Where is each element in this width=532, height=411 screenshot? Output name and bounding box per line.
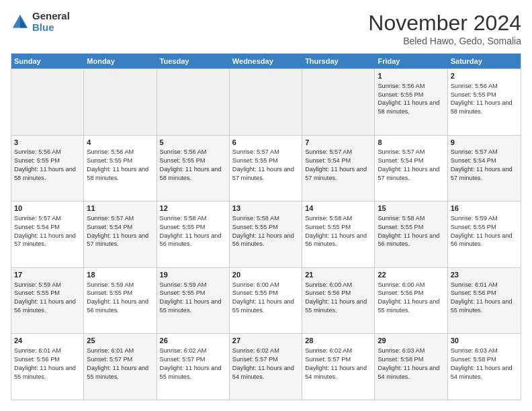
calendar-cell	[84, 69, 157, 135]
calendar-cell: 25Sunrise: 6:01 AMSunset: 5:57 PMDayligh…	[84, 334, 157, 400]
logo-general: General	[32, 11, 70, 22]
day-number: 22	[378, 270, 444, 280]
day-number: 4	[87, 138, 153, 148]
day-number: 6	[232, 138, 299, 148]
calendar-cell	[302, 69, 375, 135]
day-number: 19	[160, 270, 226, 280]
weekday-header: Friday	[375, 54, 447, 68]
month-title: November 2024	[368, 11, 521, 36]
day-info: Sunrise: 6:02 AMSunset: 5:57 PMDaylight:…	[160, 347, 222, 379]
day-number: 29	[378, 336, 444, 346]
day-number: 24	[14, 336, 81, 346]
calendar-cell: 3Sunrise: 5:56 AMSunset: 5:55 PMDaylight…	[11, 136, 84, 201]
logo-blue: Blue	[32, 22, 70, 34]
day-number: 1	[378, 71, 444, 81]
calendar-row: 24Sunrise: 6:01 AMSunset: 5:56 PMDayligh…	[11, 333, 521, 400]
day-number: 5	[160, 138, 226, 148]
calendar-cell: 17Sunrise: 5:59 AMSunset: 5:55 PMDayligh…	[11, 268, 84, 334]
logo: General Blue	[11, 11, 70, 33]
day-number: 9	[451, 138, 518, 148]
calendar-cell: 4Sunrise: 5:56 AMSunset: 5:55 PMDaylight…	[84, 136, 157, 201]
day-info: Sunrise: 6:01 AMSunset: 5:56 PMDaylight:…	[14, 347, 76, 379]
day-number: 28	[305, 336, 371, 346]
calendar-cell: 13Sunrise: 5:58 AMSunset: 5:55 PMDayligh…	[230, 201, 302, 267]
calendar-cell: 7Sunrise: 5:57 AMSunset: 5:54 PMDaylight…	[302, 136, 375, 201]
day-info: Sunrise: 5:58 AMSunset: 5:55 PMDaylight:…	[378, 215, 439, 247]
day-number: 16	[451, 203, 518, 214]
calendar-cell: 27Sunrise: 6:02 AMSunset: 5:57 PMDayligh…	[230, 334, 302, 400]
calendar-cell: 2Sunrise: 5:56 AMSunset: 5:55 PMDaylight…	[448, 69, 521, 135]
calendar-cell: 23Sunrise: 6:01 AMSunset: 5:56 PMDayligh…	[448, 268, 521, 334]
calendar-cell: 30Sunrise: 6:03 AMSunset: 5:58 PMDayligh…	[448, 334, 521, 400]
weekday-header: Tuesday	[157, 54, 230, 68]
calendar-cell: 19Sunrise: 5:59 AMSunset: 5:55 PMDayligh…	[157, 268, 230, 334]
calendar-row: 3Sunrise: 5:56 AMSunset: 5:55 PMDaylight…	[11, 135, 521, 201]
day-number: 2	[451, 71, 518, 81]
day-info: Sunrise: 6:01 AMSunset: 5:57 PMDaylight:…	[87, 347, 148, 379]
day-info: Sunrise: 5:57 AMSunset: 5:54 PMDaylight:…	[378, 148, 439, 181]
day-info: Sunrise: 6:03 AMSunset: 5:58 PMDaylight:…	[378, 347, 439, 379]
calendar-cell: 18Sunrise: 5:59 AMSunset: 5:55 PMDayligh…	[84, 268, 157, 334]
calendar-cell: 12Sunrise: 5:58 AMSunset: 5:55 PMDayligh…	[157, 201, 230, 267]
calendar-cell: 21Sunrise: 6:00 AMSunset: 5:56 PMDayligh…	[302, 268, 375, 334]
day-number: 3	[14, 138, 81, 148]
day-number: 30	[451, 336, 518, 346]
calendar-cell	[11, 69, 84, 135]
day-number: 13	[232, 203, 299, 214]
day-number: 8	[378, 138, 444, 148]
calendar-cell: 28Sunrise: 6:02 AMSunset: 5:57 PMDayligh…	[302, 334, 375, 400]
day-number: 23	[451, 270, 518, 280]
logo-text: General Blue	[32, 11, 70, 33]
day-number: 17	[14, 270, 81, 280]
weekday-header: Monday	[84, 54, 157, 68]
day-number: 21	[305, 270, 371, 280]
day-info: Sunrise: 5:56 AMSunset: 5:55 PMDaylight:…	[160, 148, 222, 181]
calendar-header: SundayMondayTuesdayWednesdayThursdayFrid…	[11, 54, 521, 68]
calendar-row: 10Sunrise: 5:57 AMSunset: 5:54 PMDayligh…	[11, 201, 521, 267]
day-number: 12	[160, 203, 226, 214]
day-info: Sunrise: 5:57 AMSunset: 5:54 PMDaylight:…	[87, 215, 148, 247]
calendar-cell: 22Sunrise: 6:00 AMSunset: 5:56 PMDayligh…	[375, 268, 447, 334]
calendar-cell: 16Sunrise: 5:59 AMSunset: 5:55 PMDayligh…	[448, 201, 521, 267]
day-number: 7	[305, 138, 371, 148]
day-number: 10	[14, 203, 81, 214]
day-info: Sunrise: 6:02 AMSunset: 5:57 PMDaylight:…	[232, 347, 294, 379]
day-info: Sunrise: 6:03 AMSunset: 5:58 PMDaylight:…	[451, 347, 513, 379]
calendar-cell: 1Sunrise: 5:56 AMSunset: 5:55 PMDaylight…	[375, 69, 447, 135]
day-info: Sunrise: 5:59 AMSunset: 5:55 PMDaylight:…	[87, 281, 148, 314]
calendar-cell: 15Sunrise: 5:58 AMSunset: 5:55 PMDayligh…	[375, 201, 447, 267]
calendar-cell: 9Sunrise: 5:57 AMSunset: 5:54 PMDaylight…	[448, 136, 521, 201]
header: General Blue November 2024 Beled Hawo, G…	[11, 11, 521, 46]
calendar-cell: 6Sunrise: 5:57 AMSunset: 5:55 PMDaylight…	[230, 136, 302, 201]
day-info: Sunrise: 6:01 AMSunset: 5:56 PMDaylight:…	[451, 281, 513, 314]
calendar-cell: 29Sunrise: 6:03 AMSunset: 5:58 PMDayligh…	[375, 334, 447, 400]
day-info: Sunrise: 5:56 AMSunset: 5:55 PMDaylight:…	[14, 148, 76, 181]
day-info: Sunrise: 5:59 AMSunset: 5:55 PMDaylight:…	[160, 281, 222, 314]
day-info: Sunrise: 5:58 AMSunset: 5:55 PMDaylight:…	[305, 215, 367, 247]
weekday-header: Sunday	[11, 54, 84, 68]
title-block: November 2024 Beled Hawo, Gedo, Somalia	[368, 11, 521, 46]
location: Beled Hawo, Gedo, Somalia	[368, 36, 521, 46]
day-number: 20	[232, 270, 299, 280]
day-info: Sunrise: 5:57 AMSunset: 5:54 PMDaylight:…	[451, 148, 513, 181]
day-info: Sunrise: 5:57 AMSunset: 5:54 PMDaylight:…	[305, 148, 367, 181]
logo-icon	[11, 13, 30, 32]
day-number: 14	[305, 203, 371, 214]
day-info: Sunrise: 6:00 AMSunset: 5:56 PMDaylight:…	[378, 281, 439, 314]
day-number: 15	[378, 203, 444, 214]
day-info: Sunrise: 5:58 AMSunset: 5:55 PMDaylight:…	[232, 215, 294, 247]
calendar: SundayMondayTuesdayWednesdayThursdayFrid…	[11, 53, 521, 400]
calendar-row: 1Sunrise: 5:56 AMSunset: 5:55 PMDaylight…	[11, 68, 521, 135]
day-info: Sunrise: 6:02 AMSunset: 5:57 PMDaylight:…	[305, 347, 367, 379]
calendar-cell: 26Sunrise: 6:02 AMSunset: 5:57 PMDayligh…	[157, 334, 230, 400]
calendar-cell: 24Sunrise: 6:01 AMSunset: 5:56 PMDayligh…	[11, 334, 84, 400]
day-number: 26	[160, 336, 226, 346]
calendar-cell: 11Sunrise: 5:57 AMSunset: 5:54 PMDayligh…	[84, 201, 157, 267]
weekday-header: Wednesday	[230, 54, 302, 68]
calendar-cell: 20Sunrise: 6:00 AMSunset: 5:55 PMDayligh…	[230, 268, 302, 334]
day-info: Sunrise: 5:57 AMSunset: 5:55 PMDaylight:…	[232, 148, 294, 181]
day-info: Sunrise: 6:00 AMSunset: 5:55 PMDaylight:…	[232, 281, 294, 314]
day-info: Sunrise: 5:57 AMSunset: 5:54 PMDaylight:…	[14, 215, 76, 247]
day-number: 25	[87, 336, 153, 346]
day-info: Sunrise: 5:59 AMSunset: 5:55 PMDaylight:…	[14, 281, 76, 314]
